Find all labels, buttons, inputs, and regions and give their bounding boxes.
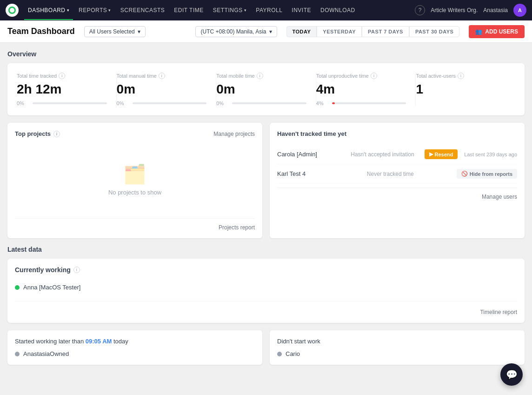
nav-invite[interactable]: INVITE — [288, 5, 315, 15]
chevron-down-icon: ▾ — [244, 8, 247, 13]
didnt-start-card: Didn't start work Cario — [270, 330, 525, 365]
stat-value-unproductive: 4m — [316, 82, 406, 97]
stat-value-active-users: 1 — [416, 82, 506, 97]
tracked-user-status: Never tracked time — [367, 171, 453, 177]
yesterday-btn[interactable]: YESTERDAY — [317, 26, 362, 37]
active-status-dot — [15, 285, 20, 290]
hide-icon: 🚫 — [461, 171, 468, 177]
chevron-down-icon: ▾ — [108, 8, 111, 13]
tracked-user-status: Hasn't accepted invitation — [351, 151, 420, 158]
bottom-two-col: Started working later than 09:05 AM toda… — [7, 330, 525, 365]
didnt-start-user-row: Cario — [277, 350, 517, 357]
org-name: Article Writers Org. — [431, 7, 478, 13]
currently-working-user-row: Anna [MacOS Tester] — [15, 281, 517, 294]
info-icon[interactable]: i — [59, 73, 65, 79]
top-nav: DASHBOARD ▾ REPORTS ▾ SCREENCASTS EDIT T… — [0, 0, 532, 20]
projects-report-link[interactable]: Projects report — [219, 224, 255, 231]
empty-state-projects: 🗂️ No projects to show — [15, 145, 255, 214]
info-icon[interactable]: i — [159, 73, 165, 79]
past7days-btn[interactable]: PAST 7 DAYS — [362, 26, 409, 37]
nav-payroll[interactable]: PAYROLL — [252, 5, 286, 15]
nav-download[interactable]: DOWNLOAD — [317, 5, 359, 15]
empty-projects-icon: 🗂️ — [123, 163, 146, 185]
nav-dashboard[interactable]: DASHBOARD ▾ — [24, 5, 73, 15]
user-avatar[interactable]: A — [513, 4, 526, 17]
user-filter-dropdown[interactable]: All Users Selected ▾ — [84, 26, 146, 37]
havent-tracked-title: Haven't tracked time yet — [277, 130, 346, 137]
overview-section-title: Overview — [7, 50, 525, 58]
past30days-btn[interactable]: PAST 30 DAYS — [409, 26, 459, 37]
nav-settings[interactable]: SETTINGS ▾ — [209, 5, 251, 15]
latest-data-section-title: Latest data — [7, 246, 525, 253]
timezone-dropdown[interactable]: (UTC +08:00) Manila, Asia ▾ — [195, 26, 277, 37]
start-time: 09:05 AM — [86, 338, 112, 345]
stat-bar-manual — [133, 102, 207, 104]
manage-projects-link[interactable]: Manage projects — [213, 131, 255, 137]
currently-working-user: Anna [MacOS Tester] — [23, 284, 80, 291]
resend-icon: ▶ — [429, 151, 433, 157]
stat-total-time: Total time tracked i 2h 12m 0% — [17, 73, 117, 106]
latest-data-card: Currently working i Anna [MacOS Tester] … — [7, 259, 525, 323]
empty-projects-text: No projects to show — [108, 189, 161, 196]
page-title: Team Dashboard — [7, 27, 75, 36]
add-users-icon: 👥 — [475, 28, 482, 35]
didnt-start-title: Didn't start work — [277, 338, 517, 345]
info-icon[interactable]: i — [371, 73, 377, 79]
user-name: Anastasia — [483, 7, 508, 13]
stat-unproductive-time: Total unproductive time i 4m 4% — [316, 73, 416, 106]
nav-screencasts[interactable]: SCREENCASTS — [117, 5, 169, 15]
tracked-user-name: Carola [Admin] — [277, 151, 347, 158]
currently-working-title: Currently working — [15, 266, 71, 274]
manage-users-link[interactable]: Manage users — [482, 194, 517, 200]
help-icon[interactable]: ? — [415, 5, 425, 15]
chevron-down-icon: ▾ — [269, 28, 272, 35]
tracked-row: Carola [Admin] Hasn't accepted invitatio… — [277, 145, 517, 164]
chevron-down-icon: ▾ — [67, 8, 70, 13]
main-content: Overview Total time tracked i 2h 12m 0% — [0, 43, 532, 380]
add-users-button[interactable]: 👥 ADD USERS — [469, 25, 525, 38]
info-icon[interactable]: i — [257, 73, 263, 79]
nav-edit-time[interactable]: EDIT TIME — [170, 5, 207, 15]
started-later-user-row: AnastasiaOwned — [15, 350, 255, 357]
stat-manual-time: Total manual time i 0m 0% — [117, 73, 217, 106]
stat-value-manual: 0m — [117, 82, 207, 97]
info-icon[interactable]: i — [53, 131, 60, 137]
overview-card: Total time tracked i 2h 12m 0% Total man… — [7, 63, 525, 115]
stat-value-mobile: 0m — [216, 82, 306, 97]
tracked-user-name: Karl Test 4 — [277, 170, 363, 177]
started-later-title: Started working later than 09:05 AM toda… — [15, 338, 255, 345]
top-projects-card: Top projects i Manage projects 🗂️ No pro… — [7, 123, 262, 238]
timeline-report-link[interactable]: Timeline report — [15, 301, 517, 315]
havent-tracked-card: Haven't tracked time yet Carola [Admin] … — [270, 123, 525, 238]
nav-reports[interactable]: REPORTS ▾ — [75, 5, 115, 15]
resend-button[interactable]: ▶ Resend — [425, 149, 458, 159]
last-sent-text: Last sent 239 days ago — [464, 152, 517, 157]
stats-row: Total time tracked i 2h 12m 0% Total man… — [17, 73, 515, 106]
app-logo[interactable] — [6, 4, 19, 17]
started-later-card: Started working later than 09:05 AM toda… — [7, 330, 262, 365]
user-status-dot — [15, 352, 20, 356]
date-nav: TODAY YESTERDAY PAST 7 DAYS PAST 30 DAYS — [286, 26, 460, 37]
info-icon[interactable]: i — [458, 73, 464, 79]
info-icon[interactable]: i — [73, 267, 80, 273]
stat-bar-unproductive — [332, 102, 406, 104]
top-projects-title: Top projects — [15, 130, 51, 137]
stat-mobile-time: Total mobile time i 0m 0% — [216, 73, 316, 106]
sub-header: Team Dashboard All Users Selected ▾ (UTC… — [0, 20, 532, 43]
tracked-row: Karl Test 4 Never tracked time 🚫 Hide fr… — [277, 164, 517, 184]
user-status-dot — [277, 352, 282, 356]
stat-value-time: 2h 12m — [17, 82, 107, 97]
hide-from-reports-button[interactable]: 🚫 Hide from reports — [457, 169, 517, 179]
chat-icon: 💬 — [506, 369, 518, 380]
today-btn[interactable]: TODAY — [286, 26, 317, 37]
chevron-down-icon: ▾ — [138, 28, 140, 35]
two-col-section: Top projects i Manage projects 🗂️ No pro… — [7, 123, 525, 238]
stat-bar-mobile — [232, 102, 306, 104]
stat-active-users: Total active-users i 1 — [416, 73, 515, 106]
stat-bar-time — [33, 102, 107, 104]
